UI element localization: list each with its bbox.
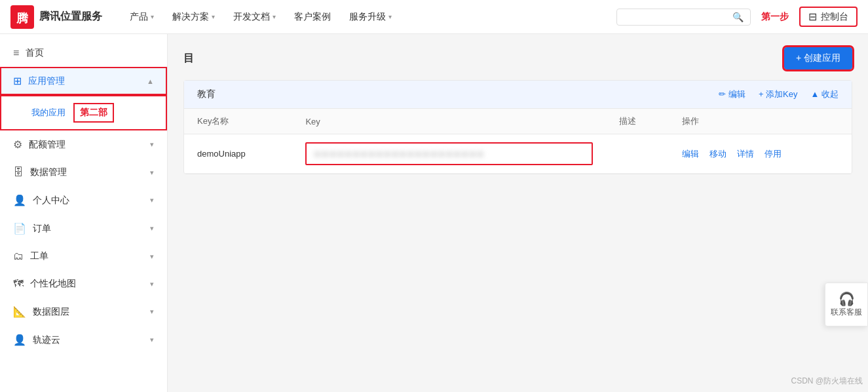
nav-solution[interactable]: 解决方案 ▾ (164, 7, 223, 27)
sidebar-sub-app-mgmt: 我的应用 第二部 (0, 95, 167, 130)
col-header-actions: 操作 (669, 109, 852, 134)
col-header-key-name: Key名称 (184, 109, 292, 134)
sidebar: ≡ 首页 ⊞ 应用管理 ▲ 我的应用 第二部 ⚙ 配额管理 ▾ 🗄 数据管理 ▾… (0, 34, 168, 392)
nav-dev-docs[interactable]: 开发文档 ▾ (225, 7, 284, 27)
svg-text:腾: 腾 (16, 12, 29, 25)
table-row: demoUniapp ●●●●●●●●●●●●●●●●●●●●●● 编辑 移动 (184, 134, 852, 174)
nav-product[interactable]: 产品 ▾ (122, 7, 162, 27)
description-cell (606, 134, 669, 174)
chevron-down-icon: ▾ (151, 13, 154, 20)
data-mgmt-icon: 🗄 (13, 167, 24, 178)
key-name-cell: demoUniapp (184, 134, 292, 174)
data-layer-icon: 📐 (13, 305, 26, 318)
sliders-icon: ⊟ (808, 10, 817, 23)
main-layout: ≡ 首页 ⊞ 应用管理 ▲ 我的应用 第二部 ⚙ 配额管理 ▾ 🗄 数据管理 ▾… (0, 34, 868, 392)
first-step-label[interactable]: 第一步 (761, 11, 789, 23)
sidebar-item-data-mgmt[interactable]: 🗄 数据管理 ▾ (0, 159, 167, 186)
watermark: CSDN @防火墙在线 (791, 376, 863, 387)
sidebar-item-data-layer[interactable]: 📐 数据图层 ▾ (0, 298, 167, 326)
key-value-cell: ●●●●●●●●●●●●●●●●●●●●●● (292, 134, 605, 174)
personalized-map-icon: 🗺 (13, 278, 24, 290)
sidebar-item-config-mgmt[interactable]: ⚙ 配额管理 ▾ (0, 130, 167, 159)
console-button[interactable]: ⊟ 控制台 (799, 7, 858, 27)
nav-cases[interactable]: 客户案例 (286, 7, 339, 27)
create-app-button[interactable]: + 创建应用 (784, 47, 852, 69)
main-content: 目 + 创建应用 教育 ✏ 编辑 + 添加Key ▲ 收起 Key名称 Key … (168, 34, 868, 392)
app-card-actions: ✏ 编辑 + 添加Key ▲ 收起 (719, 88, 839, 100)
search-icon[interactable]: 🔍 (732, 12, 744, 22)
trajectory-cloud-icon: 👤 (13, 334, 26, 346)
chevron-down-icon: ▾ (273, 13, 276, 20)
sidebar-item-trajectory-cloud[interactable]: 👤 轨迹云 ▾ (0, 326, 167, 354)
edit-action[interactable]: ✏ 编辑 (719, 88, 745, 100)
top-nav: 腾 腾讯位置服务 产品 ▾ 解决方案 ▾ 开发文档 ▾ 客户案例 服务升级 ▾ … (0, 0, 868, 34)
chevron-down-icon: ▾ (150, 168, 154, 177)
page-header: 目 + 创建应用 (183, 47, 852, 69)
app-card-header: 教育 ✏ 编辑 + 添加Key ▲ 收起 (184, 81, 852, 109)
sidebar-item-my-apps[interactable]: 我的应用 第二部 (0, 95, 167, 130)
chevron-down-icon: ▾ (150, 224, 154, 233)
key-value-box: ●●●●●●●●●●●●●●●●●●●●●● (305, 142, 592, 165)
app-mgmt-icon: ⊞ (13, 75, 22, 87)
logo-icon: 腾 (10, 5, 34, 29)
sidebar-item-work-orders[interactable]: 🗂 工单 ▾ (0, 243, 167, 270)
app-card: 教育 ✏ 编辑 + 添加Key ▲ 收起 Key名称 Key 描述 操作 (183, 80, 852, 174)
search-box[interactable]: 🔍 (616, 9, 751, 26)
chevron-down-icon: ▾ (150, 252, 154, 261)
contact-label: 联系客服 (831, 307, 862, 318)
brand-name: 腾讯位置服务 (39, 10, 102, 24)
sidebar-item-personal-center[interactable]: 👤 个人中心 ▾ (0, 186, 167, 214)
row-actions: 编辑 移动 详情 停用 (682, 148, 839, 160)
app-card-name: 教育 (197, 88, 719, 100)
move-row-action[interactable]: 移动 (709, 148, 726, 160)
orders-icon: 📄 (13, 222, 26, 235)
work-orders-icon: 🗂 (13, 250, 24, 262)
disable-row-action[interactable]: 停用 (764, 148, 782, 160)
add-key-action[interactable]: + 添加Key (759, 88, 798, 100)
chevron-up-icon: ▲ (147, 77, 154, 85)
chevron-down-icon: ▾ (150, 140, 154, 149)
key-blurred-value: ●●●●●●●●●●●●●●●●●●●●●● (314, 149, 485, 159)
annotation-step2: 第二部 (73, 103, 114, 123)
home-icon: ≡ (13, 47, 19, 59)
sidebar-item-personalized-map[interactable]: 🗺 个性化地图 ▾ (0, 270, 167, 298)
chevron-down-icon: ▾ (388, 13, 392, 20)
chevron-down-icon: ▾ (150, 307, 154, 316)
sidebar-item-app-mgmt[interactable]: ⊞ 应用管理 ▲ (0, 67, 167, 95)
contact-float[interactable]: 🎧 联系客服 (825, 283, 868, 326)
sidebar-item-home[interactable]: ≡ 首页 (0, 39, 167, 67)
sidebar-item-orders[interactable]: 📄 订单 ▾ (0, 214, 167, 243)
chevron-down-icon: ▾ (150, 196, 154, 205)
nav-menu: 产品 ▾ 解决方案 ▾ 开发文档 ▾ 客户案例 服务升级 ▾ (122, 7, 606, 27)
chevron-down-icon: ▾ (150, 336, 154, 344)
nav-upgrade[interactable]: 服务升级 ▾ (341, 7, 400, 27)
key-table: Key名称 Key 描述 操作 demoUniapp ●●●●●●●●●●●●●… (184, 109, 852, 174)
chevron-down-icon: ▾ (150, 280, 154, 288)
logo-area[interactable]: 腾 腾讯位置服务 (10, 5, 102, 29)
col-header-description: 描述 (606, 109, 669, 134)
chevron-down-icon: ▾ (212, 13, 215, 20)
config-mgmt-icon: ⚙ (13, 138, 22, 151)
col-header-key: Key (292, 109, 605, 134)
headset-icon: 🎧 (831, 291, 862, 307)
search-input[interactable] (624, 12, 728, 22)
row-actions-cell: 编辑 移动 详情 停用 (669, 134, 852, 174)
page-title: 目 (183, 52, 194, 66)
personal-center-icon: 👤 (13, 194, 26, 206)
detail-row-action[interactable]: 详情 (737, 148, 754, 160)
collapse-action[interactable]: ▲ 收起 (811, 88, 839, 100)
edit-row-action[interactable]: 编辑 (682, 148, 699, 160)
